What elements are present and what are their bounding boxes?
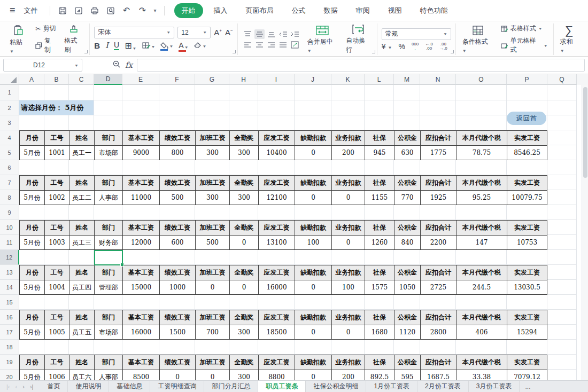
- cell[interactable]: 实发工资: [507, 310, 547, 325]
- cell[interactable]: 700: [195, 325, 229, 340]
- cell[interactable]: 缺勤扣款: [295, 265, 331, 280]
- cell[interactable]: [547, 355, 577, 370]
- cell[interactable]: [420, 340, 456, 355]
- cell[interactable]: 加班工资: [195, 175, 229, 190]
- cell[interactable]: [195, 160, 229, 175]
- cell[interactable]: [394, 295, 420, 310]
- cell[interactable]: [69, 250, 94, 265]
- format-painter-button[interactable]: 格式刷: [62, 23, 85, 56]
- cell[interactable]: 公积金: [394, 265, 420, 280]
- vertical-scrollbar[interactable]: [582, 85, 588, 380]
- cell[interactable]: [44, 250, 69, 265]
- cell[interactable]: 0: [295, 190, 331, 205]
- cell[interactable]: [295, 295, 331, 310]
- cell[interactable]: 基本工资: [122, 265, 159, 280]
- name-box[interactable]: D12 ▼: [3, 59, 82, 72]
- cell[interactable]: [195, 205, 229, 220]
- cell[interactable]: 10079.75: [507, 190, 547, 205]
- cell[interactable]: [456, 205, 507, 220]
- cell[interactable]: [331, 85, 365, 100]
- cell[interactable]: [94, 295, 122, 310]
- align-top-icon[interactable]: [244, 30, 252, 38]
- cell[interactable]: [94, 160, 122, 175]
- cell[interactable]: [547, 220, 577, 235]
- cell[interactable]: 2725: [420, 280, 456, 295]
- selected-cell-outline[interactable]: [94, 250, 123, 265]
- cell[interactable]: 工号: [44, 265, 69, 280]
- scrollbar-thumb[interactable]: [583, 87, 587, 178]
- cell[interactable]: 月份: [19, 355, 44, 370]
- cell[interactable]: [44, 160, 69, 175]
- borders-button[interactable]: ⊞▼: [125, 41, 136, 52]
- cell[interactable]: 800: [159, 145, 195, 160]
- cell[interactable]: [365, 250, 394, 265]
- cell[interactable]: [195, 340, 229, 355]
- cell[interactable]: 加班工资: [195, 310, 229, 325]
- cell[interactable]: [365, 295, 394, 310]
- cell[interactable]: 全勤奖: [229, 130, 258, 145]
- prev-sheet-icon[interactable]: ‹: [13, 383, 20, 390]
- cell[interactable]: 1003: [44, 235, 69, 250]
- cell[interactable]: 147: [456, 235, 507, 250]
- cell[interactable]: 1050: [394, 280, 420, 295]
- cell[interactable]: 7079.12: [507, 370, 547, 380]
- cell[interactable]: 200: [331, 370, 365, 380]
- column-header-K[interactable]: K: [331, 74, 365, 85]
- table-style-button[interactable]: 表格样式 ▼: [500, 23, 549, 34]
- cell[interactable]: 全勤奖: [229, 175, 258, 190]
- cell[interactable]: 5月份: [19, 235, 44, 250]
- cell[interactable]: 市场部: [94, 145, 122, 160]
- print-icon[interactable]: [88, 4, 102, 18]
- sheet-tab-2月份工资表[interactable]: 2月份工资表: [417, 381, 469, 392]
- cell[interactable]: 实发工资: [507, 265, 547, 280]
- cell[interactable]: [258, 100, 295, 115]
- cell[interactable]: [159, 160, 195, 175]
- cell-style-button[interactable]: 单元格样式 ▼: [500, 36, 549, 55]
- cell[interactable]: [44, 205, 69, 220]
- row-header-11[interactable]: 11: [0, 235, 19, 250]
- cell[interactable]: 200: [331, 145, 365, 160]
- cell[interactable]: 公积金: [394, 220, 420, 235]
- sheet-tab-职员工资条[interactable]: 职员工资条: [258, 381, 306, 392]
- cell[interactable]: 12100: [258, 190, 295, 205]
- font-color-button[interactable]: A ▼: [179, 41, 188, 51]
- number-format-select[interactable]: 常规▼: [382, 28, 451, 40]
- cell[interactable]: 基本工资: [122, 220, 159, 235]
- cell[interactable]: 5月份: [19, 370, 44, 380]
- underline-button[interactable]: U: [114, 41, 119, 52]
- cell[interactable]: 1004: [44, 280, 69, 295]
- cell[interactable]: [19, 85, 44, 100]
- cell[interactable]: [547, 265, 577, 280]
- column-header-P[interactable]: P: [507, 74, 547, 85]
- cell[interactable]: [420, 115, 456, 130]
- cell[interactable]: [295, 85, 331, 100]
- cell[interactable]: 业务扣款: [331, 130, 365, 145]
- cell[interactable]: 全勤奖: [229, 265, 258, 280]
- menu-tab-special-features[interactable]: 特色功能: [413, 3, 455, 18]
- cell[interactable]: [420, 85, 456, 100]
- cell[interactable]: [159, 85, 195, 100]
- cell[interactable]: 公积金: [394, 175, 420, 190]
- cell[interactable]: [258, 250, 295, 265]
- fill-handle[interactable]: [120, 263, 124, 266]
- cell[interactable]: [507, 295, 547, 310]
- cell[interactable]: 姓名: [69, 355, 94, 370]
- cell[interactable]: [331, 100, 365, 115]
- paste-button[interactable]: 粘贴 ▼: [7, 23, 30, 56]
- cell[interactable]: [456, 295, 507, 310]
- row-header-2[interactable]: 2: [0, 100, 19, 115]
- cell[interactable]: [229, 295, 258, 310]
- cell[interactable]: [394, 100, 420, 115]
- cell[interactable]: [122, 115, 159, 130]
- undo-icon[interactable]: ↶: [120, 4, 134, 18]
- cell[interactable]: 100: [331, 280, 365, 295]
- cell[interactable]: [507, 205, 547, 220]
- cell[interactable]: [295, 250, 331, 265]
- first-sheet-icon[interactable]: |‹: [4, 383, 12, 390]
- menu-tab-formulas[interactable]: 公式: [284, 3, 313, 18]
- cell[interactable]: [122, 205, 159, 220]
- column-header-N[interactable]: N: [420, 74, 456, 85]
- row-header-12[interactable]: 12: [0, 250, 19, 265]
- sheet-tab-社保公积金明细[interactable]: 社保公积金明细: [306, 381, 366, 392]
- cell[interactable]: [547, 295, 577, 310]
